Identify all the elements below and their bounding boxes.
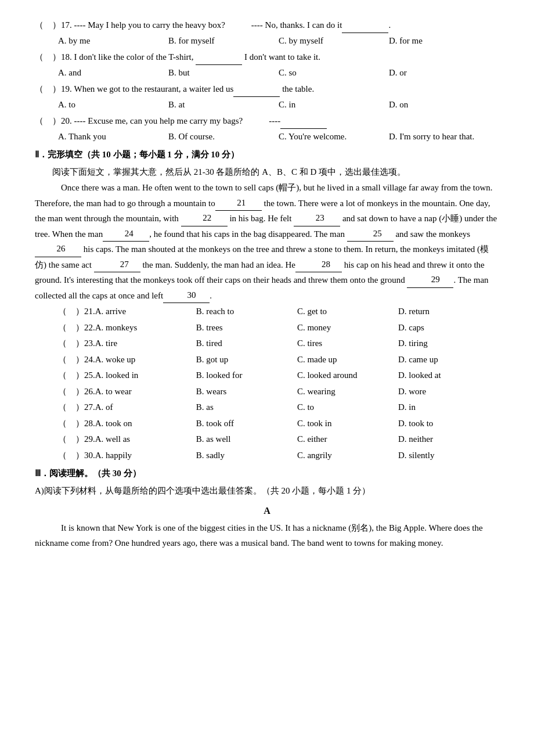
c22-optC: C. money [297, 321, 398, 336]
q20-text: 20. ---- Excuse me, can you help me carr… [61, 116, 327, 125]
section2-heading: Ⅱ．完形填空（共 10 小题；每小题 1 分，满分 10 分） [35, 147, 239, 163]
choice-24: （ ）24. A. woke up B. got up C. made up D… [58, 352, 499, 368]
q17-optC: C. by myself [279, 34, 389, 49]
c29-optA: A. well as [95, 432, 196, 447]
q18-optD: D. or [389, 66, 499, 81]
c25-optC: C. looked around [297, 368, 398, 383]
c30-optB: B. sadly [196, 448, 297, 463]
q20-optA: A. Thank you [58, 129, 168, 145]
section2-instruction: 阅读下面短文，掌握其大意，然后从 21-30 各题所给的 A、B、C 和 D 项… [35, 165, 499, 180]
c30-optD: D. silently [398, 448, 499, 463]
q20-optC: C. You're welcome. [279, 129, 389, 145]
q19-optB: B. at [168, 98, 279, 113]
q18-paren: （ ） [35, 52, 61, 62]
section3-title: Ⅲ．阅读理解。（共 30 分） [35, 466, 499, 481]
q17-optA: A. by me [58, 34, 168, 49]
c25-optD: D. looked at [398, 368, 499, 383]
c28-optB: B. took off [196, 416, 297, 431]
choice-30: （ ）30. A. happily B. sadly C. angrily D.… [58, 448, 499, 463]
question-17: （ ）17. ---- May I help you to carry the … [35, 17, 499, 48]
q19-optC: C. in [279, 98, 389, 113]
choice-29: （ ）29. A. well as B. as well C. either D… [58, 432, 499, 447]
q18-optA: A. and [58, 66, 168, 81]
q20-paren: （ ） [35, 116, 61, 125]
q19-optA: A. to [58, 98, 168, 113]
section2-title: Ⅱ．完形填空（共 10 小题；每小题 1 分，满分 10 分） [35, 147, 499, 163]
c22-optA: A. monkeys [95, 321, 196, 336]
main-content: （ ）17. ---- May I help you to carry the … [35, 17, 499, 550]
c28-optD: D. took to [398, 416, 499, 431]
c21-optC: C. get to [297, 304, 398, 319]
c23-optB: B. tired [196, 336, 297, 351]
section-3: Ⅲ．阅读理解。（共 30 分） A)阅读下列材料，从每题所给的四个选项中选出最佳… [35, 466, 499, 550]
c26-optD: D. wore [398, 384, 499, 399]
choice-22: （ ）22. A. monkeys B. trees C. money D. c… [58, 321, 499, 336]
c26-optB: B. wears [196, 384, 297, 399]
q17-optD: D. for me [389, 34, 499, 49]
c28-optC: C. took in [297, 416, 398, 431]
choice-23: （ ）23. A. tire B. tired C. tires D. tiri… [58, 336, 499, 351]
q19-text: 19. When we got to the restaurant, a wai… [61, 84, 314, 93]
q19-optD: D. on [389, 98, 499, 113]
q18-options: A. and B. but C. so D. or [58, 66, 499, 81]
c26-optA: A. to wear [95, 384, 196, 399]
c30-optA: A. happily [95, 448, 196, 463]
choice-28: （ ）28. A. took on B. took off C. took in… [58, 416, 499, 431]
c21-optD: D. return [398, 304, 499, 319]
q17-text: 17. ---- May I help you to carry the hea… [61, 20, 391, 30]
c24-optC: C. made up [297, 352, 398, 368]
c27-optA: A. of [95, 400, 196, 415]
question-18: （ ）18. I don't like the color of the T-s… [35, 49, 499, 80]
c21-optA: A. arrive [95, 304, 196, 319]
q18-text: 18. I don't like the color of the T-shir… [61, 52, 320, 62]
c29-optD: D. neither [398, 432, 499, 447]
c24-optA: A. woke up [95, 352, 196, 368]
section2-passage: Once there was a man. He often went to t… [35, 181, 499, 303]
c24-optB: B. got up [196, 352, 297, 368]
c23-optD: D. tiring [398, 336, 499, 351]
choice-25: （ ）25. A. looked in B. looked for C. loo… [58, 368, 499, 383]
passage-a-text: It is known that New York is one of the … [35, 521, 499, 550]
c27-optC: C. to [297, 400, 398, 415]
choice-26: （ ）26. A. to wear B. wears C. wearing D.… [58, 384, 499, 399]
c27-optB: B. as [196, 400, 297, 415]
section-2: Ⅱ．完形填空（共 10 小题；每小题 1 分，满分 10 分） 阅读下面短文，掌… [35, 147, 499, 463]
c25-optB: B. looked for [196, 368, 297, 383]
c24-optD: D. came up [398, 352, 499, 368]
c26-optC: C. wearing [297, 384, 398, 399]
c23-optA: A. tire [95, 336, 196, 351]
q20-options: A. Thank you B. Of course. C. You're wel… [58, 129, 499, 145]
c22-optB: B. trees [196, 321, 297, 336]
choice-21: （ ）21. A. arrive B. reach to C. get to D… [58, 304, 499, 319]
c28-optA: A. took on [95, 416, 196, 431]
c27-optD: D. in [398, 400, 499, 415]
c21-optB: B. reach to [196, 304, 297, 319]
c22-optD: D. caps [398, 321, 499, 336]
c25-optA: A. looked in [95, 368, 196, 383]
c30-optC: C. angrily [297, 448, 398, 463]
q19-options: A. to B. at C. in D. on [58, 98, 499, 113]
question-20: （ ）20. ---- Excuse me, can you help me c… [35, 113, 499, 144]
q19-paren: （ ） [35, 84, 61, 93]
question-19: （ ）19. When we got to the restaurant, a … [35, 81, 499, 112]
passage-a-label: A [35, 503, 499, 519]
q18-optB: B. but [168, 66, 279, 81]
q17-paren: （ ） [35, 20, 61, 30]
q20-optD: D. I'm sorry to hear that. [389, 129, 499, 145]
q18-optC: C. so [279, 66, 389, 81]
q20-optB: B. Of course. [168, 129, 279, 145]
q17-optB: B. for myself [168, 34, 279, 49]
cloze-choices: （ ）21. A. arrive B. reach to C. get to D… [35, 304, 499, 463]
c29-optB: B. as well [196, 432, 297, 447]
choice-27: （ ）27. A. of B. as C. to D. in [58, 400, 499, 415]
c29-optC: C. either [297, 432, 398, 447]
c23-optC: C. tires [297, 336, 398, 351]
q17-options: A. by me B. for myself C. by myself D. f… [58, 34, 499, 49]
section3-heading: Ⅲ．阅读理解。（共 30 分） [35, 466, 141, 481]
section3-instruction-a: A)阅读下列材料，从每题所给的四个选项中选出最佳答案。（共 20 小题，每小题 … [35, 484, 499, 499]
